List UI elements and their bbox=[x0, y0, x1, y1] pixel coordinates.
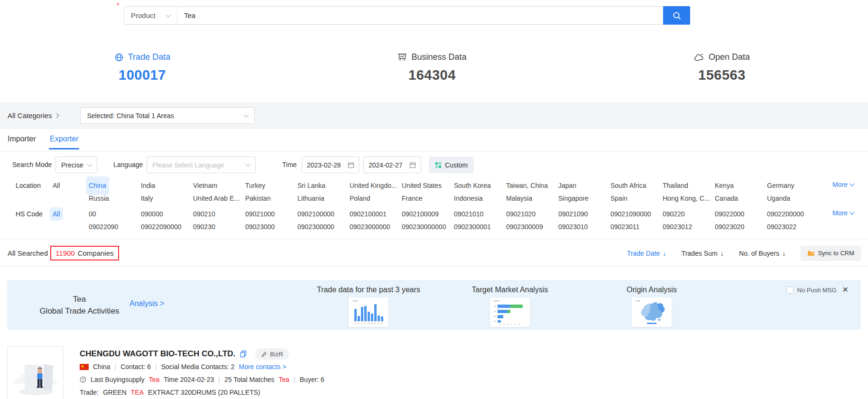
location-option[interactable]: Canada bbox=[715, 192, 767, 205]
location-option[interactable]: Japan bbox=[558, 179, 610, 192]
tab-exporter[interactable]: Exporter bbox=[50, 135, 78, 143]
hs-code-option[interactable]: 09021000 bbox=[245, 208, 297, 221]
search-mode-select[interactable]: Precise bbox=[55, 157, 97, 173]
hs-code-option[interactable]: 0902100001 bbox=[350, 208, 402, 221]
company-result-card[interactable]: CHENGDU WAGOTT BIO-TECH CO.,LTD. BizR ★ … bbox=[0, 345, 868, 399]
location-option[interactable]: Kenya bbox=[715, 179, 767, 192]
location-option[interactable]: South Africa bbox=[610, 179, 663, 192]
stat-label[interactable]: Open Data bbox=[709, 52, 750, 62]
company-thumbnail[interactable] bbox=[7, 346, 64, 399]
search-category-select[interactable]: Product bbox=[124, 7, 177, 24]
hs-code-option[interactable]: 09023000 bbox=[245, 221, 297, 233]
language-select[interactable]: Please Select Language bbox=[147, 157, 256, 173]
copy-icon[interactable] bbox=[240, 350, 247, 358]
location-option[interactable]: Indonesia bbox=[454, 192, 506, 205]
location-option[interactable]: Poland bbox=[350, 192, 402, 205]
hs-code-option[interactable]: 09023020 bbox=[715, 221, 767, 233]
location-option[interactable]: Spain bbox=[610, 192, 663, 205]
location-option[interactable]: Turkey bbox=[245, 179, 297, 192]
china-flag-icon: ★ bbox=[80, 364, 89, 370]
location-option[interactable]: United Arab E... bbox=[193, 192, 245, 205]
search-input[interactable] bbox=[177, 7, 664, 24]
location-option[interactable]: Russia bbox=[89, 192, 141, 205]
sync-to-crm-button[interactable]: Sync to CRM bbox=[801, 246, 861, 261]
location-option[interactable]: Uganda bbox=[767, 192, 819, 205]
hs-code-option[interactable]: 09021020 bbox=[506, 208, 558, 221]
no-push-checkbox[interactable] bbox=[786, 287, 794, 294]
hs-code-all-option[interactable]: All bbox=[53, 210, 60, 218]
location-all-option[interactable]: All bbox=[53, 182, 60, 189]
location-more-link[interactable]: More bbox=[832, 181, 854, 188]
hs-code-option[interactable]: 090000 bbox=[141, 208, 193, 221]
sort-desc-icon: ↓ bbox=[663, 249, 666, 257]
hs-code-option[interactable]: 090210 bbox=[193, 208, 245, 221]
hs-code-option[interactable]: 0902300001 bbox=[454, 221, 506, 233]
location-option[interactable]: Malaysia bbox=[506, 192, 558, 205]
stat-label[interactable]: Business Data bbox=[411, 52, 466, 62]
hs-code-option[interactable]: 00 bbox=[89, 208, 141, 221]
banner-card-target-market[interactable]: Target Market Analysis bbox=[448, 286, 572, 327]
location-option[interactable]: South Korea bbox=[454, 179, 506, 192]
hs-code-option[interactable]: 09021010 bbox=[454, 208, 506, 221]
chevron-down-icon bbox=[87, 161, 92, 167]
location-row-2: RussiaItalyUnited Arab E...PakistanLithu… bbox=[89, 192, 868, 205]
location-option[interactable]: Vietnam bbox=[193, 179, 245, 192]
category-band: All Categories Selected: China Total 1 A… bbox=[0, 102, 868, 129]
location-option[interactable]: Sri Lanka bbox=[297, 179, 350, 192]
hs-code-option[interactable]: 0902300009 bbox=[506, 221, 558, 233]
hs-code-option[interactable]: 090230000000 bbox=[402, 221, 454, 233]
date-from-input[interactable]: 2023-02-28 bbox=[302, 157, 360, 173]
hs-code-option[interactable]: 09023022 bbox=[767, 221, 819, 233]
clock-icon bbox=[80, 376, 86, 383]
location-option[interactable]: Singapore bbox=[558, 192, 610, 205]
location-option[interactable]: Hong Kong, C... bbox=[663, 192, 715, 205]
trade-post: EXTRACT 320DRUMS (20 PALLETS) bbox=[148, 389, 260, 396]
hs-code-option[interactable]: 0902100009 bbox=[402, 208, 454, 221]
hs-code-option[interactable]: 0902100000 bbox=[297, 208, 350, 221]
company-name[interactable]: CHENGDU WAGOTT BIO-TECH CO.,LTD. bbox=[80, 349, 235, 359]
banner-card-label: Origin Analysis bbox=[590, 286, 713, 294]
hs-code-option[interactable]: 09022090000 bbox=[141, 221, 193, 233]
date-to-input[interactable]: 2024-02-27 bbox=[363, 157, 421, 173]
hs-code-option[interactable]: 09022000 bbox=[715, 208, 767, 221]
stat-label[interactable]: Trade Data bbox=[128, 52, 170, 62]
location-option[interactable]: Thailand bbox=[663, 179, 715, 192]
hs-code-option[interactable]: 09021090000 bbox=[610, 208, 663, 221]
tab-importer[interactable]: Importer bbox=[8, 135, 36, 143]
banner-card-trade-data[interactable]: Trade data for the past 3 years bbox=[307, 286, 430, 327]
all-categories-button[interactable]: All Categories bbox=[8, 111, 58, 120]
banner-card-origin[interactable]: Origin Analysis bbox=[590, 286, 713, 327]
hs-code-option[interactable]: 09023011 bbox=[610, 221, 663, 233]
hs-code-option[interactable]: 09023012 bbox=[663, 221, 715, 233]
location-option[interactable]: Italy bbox=[141, 192, 193, 205]
hs-code-option[interactable]: 09023000000 bbox=[350, 221, 402, 233]
hs-code-option[interactable]: 09021090 bbox=[558, 208, 610, 221]
hs-code-option[interactable]: 0902200000 bbox=[767, 208, 819, 221]
location-option[interactable]: India bbox=[141, 179, 193, 192]
hs-code-more-link[interactable]: More bbox=[832, 209, 854, 217]
hs-code-option[interactable]: 09023010 bbox=[558, 221, 610, 233]
location-option[interactable]: Taiwan, China bbox=[506, 179, 558, 192]
search-button[interactable] bbox=[663, 6, 690, 25]
hs-code-option[interactable]: 09022090 bbox=[89, 221, 141, 233]
close-icon[interactable]: ✕ bbox=[842, 286, 849, 294]
location-option[interactable]: France bbox=[402, 192, 454, 205]
location-option[interactable]: Lithuania bbox=[297, 192, 350, 205]
hs-code-option[interactable]: 090230 bbox=[193, 221, 245, 233]
location-option[interactable]: Germany bbox=[767, 179, 819, 192]
bizr-badge[interactable]: BizR bbox=[255, 348, 288, 360]
location-option[interactable]: Pakistan bbox=[245, 192, 297, 205]
selected-areas-dropdown[interactable]: Selected: China Total 1 Areas bbox=[80, 107, 255, 124]
analysis-link[interactable]: Analysis > bbox=[129, 299, 164, 308]
more-contacts-link[interactable]: More contacts > bbox=[239, 363, 286, 371]
location-option[interactable]: China bbox=[89, 179, 106, 192]
location-option[interactable]: United States bbox=[402, 179, 454, 192]
hs-code-option[interactable]: 0902300000 bbox=[297, 221, 350, 233]
matches-keyword: Tea bbox=[279, 376, 290, 383]
sort-trade-date[interactable]: Trade Date ↓ bbox=[627, 249, 666, 257]
custom-time-button[interactable]: Custom bbox=[429, 157, 474, 173]
sort-no-of-buyers[interactable]: No. of Buyers ↓ bbox=[739, 249, 785, 257]
location-option[interactable]: United Kingdo... bbox=[350, 179, 402, 192]
sort-trades-sum[interactable]: Trades Sum ↓ bbox=[682, 249, 724, 257]
hs-code-option[interactable]: 090220 bbox=[663, 208, 715, 221]
